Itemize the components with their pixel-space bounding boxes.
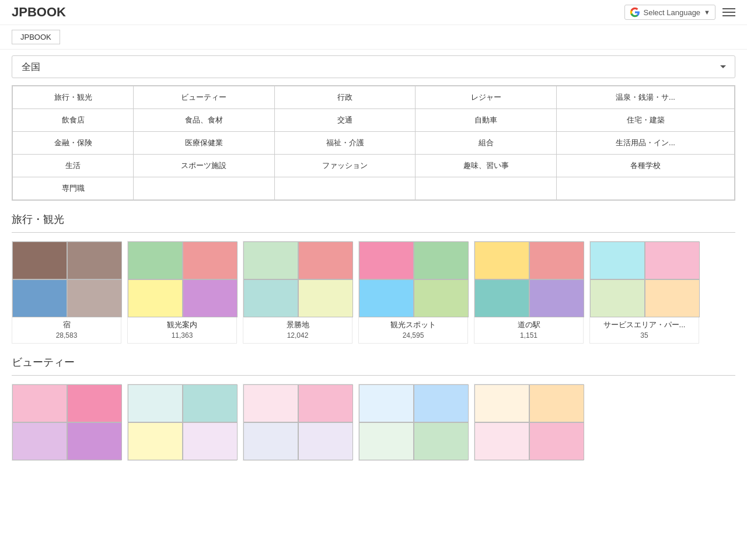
- category-cell[interactable]: 各種学校: [557, 155, 735, 177]
- card-tile-3: [128, 279, 183, 317]
- card-tile-1: [243, 242, 298, 279]
- card-count-travel-0: 28,583: [12, 331, 121, 343]
- card-tile-1: [359, 384, 414, 422]
- card-image-travel-4: [474, 242, 584, 317]
- card-tile-2: [67, 384, 122, 422]
- card-count-travel-4: 1,151: [474, 331, 583, 343]
- category-cell[interactable]: 医療保健業: [134, 132, 275, 155]
- category-cell[interactable]: ファッション: [274, 155, 416, 177]
- card-tile-1: [359, 242, 414, 279]
- card-tile-1: [590, 242, 645, 279]
- section-title-beauty: ビューティー: [12, 355, 735, 369]
- category-cell[interactable]: 金融・保険: [13, 132, 134, 155]
- card-image-beauty-3: [359, 384, 469, 460]
- card-label-travel-4: 道の駅: [474, 317, 583, 331]
- category-cell[interactable]: 食品、食材: [134, 109, 275, 132]
- category-table: 旅行・観光ビューティー行政レジャー温泉・銭湯・サ...飲食店食品、食材交通自動車…: [12, 86, 735, 200]
- header-right: Select Language ▼: [624, 5, 735, 20]
- card-tile-2: [298, 242, 353, 279]
- nav-tab-bar: JPBOOK: [0, 25, 747, 50]
- category-cell[interactable]: [134, 177, 275, 200]
- google-translate-widget[interactable]: Select Language ▼: [624, 5, 715, 20]
- category-cell[interactable]: 行政: [274, 86, 416, 109]
- logo[interactable]: JPBOOK: [12, 5, 66, 20]
- category-cell[interactable]: ビューティー: [134, 86, 275, 109]
- card-tile-3: [359, 422, 414, 460]
- card-tile-3: [243, 279, 298, 317]
- category-cell[interactable]: 福祉・介護: [274, 132, 416, 155]
- card-tile-1: [243, 384, 298, 422]
- card-beauty-2[interactable]: [243, 384, 352, 461]
- google-icon: [630, 7, 640, 18]
- card-image-travel-0: [12, 242, 122, 317]
- card-beauty-3[interactable]: [358, 384, 468, 461]
- card-beauty-0[interactable]: [12, 384, 121, 461]
- category-grid: 旅行・観光ビューティー行政レジャー温泉・銭湯・サ...飲食店食品、食材交通自動車…: [12, 85, 735, 201]
- card-travel-4[interactable]: 道の駅1,151: [474, 241, 584, 344]
- category-cell[interactable]: スポーツ施設: [134, 155, 275, 177]
- category-cell[interactable]: 組合: [416, 132, 557, 155]
- card-image-travel-3: [359, 242, 469, 317]
- card-tile-1: [474, 384, 529, 422]
- category-cell[interactable]: 温泉・銭湯・サ...: [557, 86, 735, 109]
- card-beauty-4[interactable]: [474, 384, 584, 461]
- category-cell[interactable]: レジャー: [416, 86, 557, 109]
- card-tile-4: [529, 279, 584, 317]
- card-tile-2: [645, 242, 700, 279]
- card-tile-1: [474, 242, 529, 279]
- card-beauty-1[interactable]: [127, 384, 237, 461]
- category-cell[interactable]: 自動車: [416, 109, 557, 132]
- category-cell[interactable]: 専門職: [13, 177, 134, 200]
- card-tile-2: [183, 384, 238, 422]
- card-grid-travel: 宿28,583観光案内11,363景勝地12,042観光スポット24,595道の…: [12, 241, 735, 344]
- card-count-travel-2: 12,042: [243, 331, 352, 343]
- card-image-beauty-0: [12, 384, 122, 460]
- region-select-wrap: 全国 北海道 東北 関東 中部 近畿 中国 四国 九州・沖縄: [12, 55, 735, 78]
- card-tile-3: [474, 422, 529, 460]
- card-tile-2: [67, 242, 122, 279]
- card-tile-2: [414, 242, 469, 279]
- category-cell[interactable]: 生活用品・イン...: [557, 132, 735, 155]
- card-tile-4: [183, 422, 238, 460]
- card-travel-2[interactable]: 景勝地12,042: [243, 241, 352, 344]
- category-cell[interactable]: [557, 177, 735, 200]
- card-travel-0[interactable]: 宿28,583: [12, 241, 121, 344]
- category-cell[interactable]: 旅行・観光: [13, 86, 134, 109]
- translate-arrow-icon: ▼: [704, 9, 710, 16]
- header: JPBOOK Select Language ▼: [0, 0, 747, 25]
- card-label-travel-5: サービスエリア・パー...: [590, 317, 699, 331]
- category-cell[interactable]: [274, 177, 416, 200]
- card-tile-4: [67, 279, 122, 317]
- card-travel-5[interactable]: サービスエリア・パー...35: [589, 241, 699, 344]
- menu-icon[interactable]: [722, 8, 735, 16]
- category-cell[interactable]: [416, 177, 557, 200]
- card-count-travel-1: 11,363: [128, 331, 236, 343]
- card-travel-1[interactable]: 観光案内11,363: [127, 241, 237, 344]
- section-travel: 旅行・観光宿28,583観光案内11,363景勝地12,042観光スポット24,…: [12, 212, 735, 344]
- card-travel-3[interactable]: 観光スポット24,595: [358, 241, 468, 344]
- card-image-travel-1: [128, 242, 238, 317]
- category-cell[interactable]: 交通: [274, 109, 416, 132]
- category-cell[interactable]: 住宅・建築: [557, 109, 735, 132]
- region-select[interactable]: 全国 北海道 東北 関東 中部 近畿 中国 四国 九州・沖縄: [12, 55, 735, 78]
- card-tile-4: [414, 422, 469, 460]
- category-cell[interactable]: 趣味、習い事: [416, 155, 557, 177]
- card-tile-1: [128, 242, 183, 279]
- section-title-travel: 旅行・観光: [12, 212, 735, 226]
- card-label-travel-0: 宿: [12, 317, 121, 331]
- card-count-travel-3: 24,595: [359, 331, 467, 343]
- card-image-beauty-1: [128, 384, 238, 460]
- card-tile-2: [414, 384, 469, 422]
- card-tile-4: [183, 279, 238, 317]
- card-tile-3: [359, 279, 414, 317]
- card-tile-1: [128, 384, 183, 422]
- category-cell[interactable]: 飲食店: [13, 109, 134, 132]
- card-tile-2: [529, 384, 584, 422]
- jpbook-tab[interactable]: JPBOOK: [12, 30, 60, 44]
- card-tile-4: [414, 279, 469, 317]
- card-tile-3: [128, 422, 183, 460]
- card-tile-3: [12, 279, 67, 317]
- category-cell[interactable]: 生活: [13, 155, 134, 177]
- card-label-travel-3: 観光スポット: [359, 317, 467, 331]
- card-tile-1: [12, 242, 67, 279]
